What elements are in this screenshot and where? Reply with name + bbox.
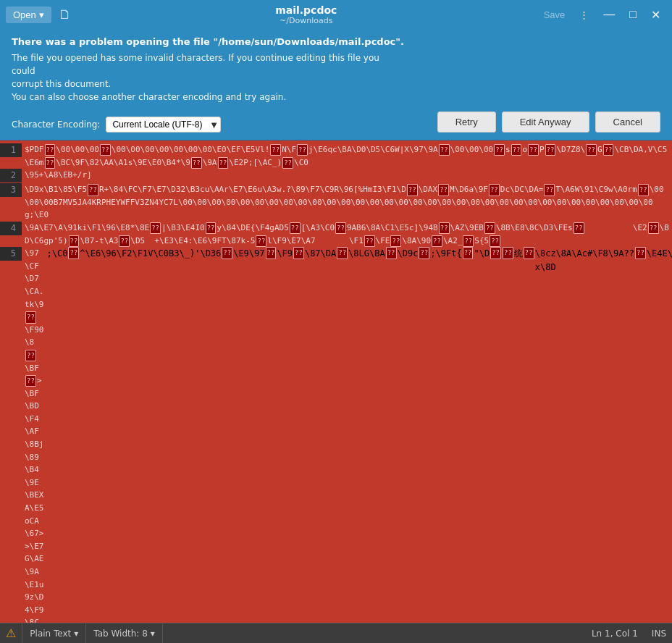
char-encoding-select[interactable]: Current Locale (UTF-8) [106,117,221,133]
error-banner: There was a problem opening the file "/h… [0,29,672,140]
edit-anyway-button[interactable]: Edit Anyway [502,112,589,133]
line-content-3: \D9x\B1\85\F5??R+\84\FC\F7\E7\D32\B3cu\A… [22,183,672,222]
line-row: 2 \95+\A8\EB+/r] [0,169,672,183]
line-number-4: 4 [0,222,22,235]
titlebar: Open ▾ 🗋 mail.pcdoc ~/Downloads Save ⋮ —… [0,0,672,29]
open-dropdown-icon: ▾ [39,9,44,20]
error-line1: The file you opened has some invalid cha… [12,53,379,76]
retry-button[interactable]: Retry [437,112,496,133]
tab-width-label: Tab Width: 8 [93,629,147,639]
window-filepath: ~/Downloads [75,16,538,25]
line-row: 3 \D9x\B1\85\F5??R+\84\FC\F7\E7\D32\B3cu… [0,183,672,222]
error-buttons: Retry Edit Anyway Cancel [437,112,660,133]
titlebar-left: Open ▾ 🗋 [6,4,75,25]
new-file-button[interactable]: 🗋 [56,4,75,25]
plain-text-label: Plain Text [30,629,71,639]
char-encoding-wrapper[interactable]: Current Locale (UTF-8) [106,117,221,133]
line-content-1: $PDF??\00\00\00??\00\00\00\00\00\00\00\E… [22,143,672,169]
char-encoding-label: Character Encoding: [12,119,100,130]
line-content-5: \97\CF\D7\CA.tk\9??\F90\8??\BF??>\BF\BD\… [22,247,47,623]
titlebar-right: Save ⋮ — □ ✕ [538,5,666,25]
more-menu-button[interactable]: ⋮ [574,7,595,23]
minimize-button[interactable]: — [597,5,621,24]
statusbar: ⚠ Plain Text ▾ Tab Width: 8 ▾ Ln 1, Col … [0,623,672,643]
open-button[interactable]: Open ▾ [6,7,51,23]
error-header: There was a problem opening the file "/h… [12,36,660,47]
titlebar-center: mail.pcdoc ~/Downloads [75,4,538,25]
line-number-2: 2 [0,169,22,182]
content-area[interactable]: 1 $PDF??\00\00\00??\00\00\00\00\00\00\00… [0,140,672,623]
maximize-button[interactable]: □ [623,5,642,24]
plain-text-selector[interactable]: Plain Text ▾ [22,623,86,643]
insert-mode: INS [652,629,666,639]
line-number-3: 3 [0,183,22,197]
warning-icon: ⚠ [6,626,16,640]
window-filename: mail.pcdoc [75,4,538,16]
line-number-1: 1 [0,143,22,157]
line-content-2: \95+\A8\EB+/r] [22,169,672,182]
save-button[interactable]: Save [538,7,571,23]
error-line3: You can also choose another character en… [12,92,286,102]
open-label: Open [13,9,36,20]
error-line2: corrupt this document. [12,79,111,89]
line-row: 4 \9A\E7\A\91ki\F1\96\E8*\8E??|\B3\E4I0?… [0,222,672,247]
line-content-4: \9A\E7\A\91ki\F1\96\E8*\8E??|\B3\E4I0??y… [22,222,672,247]
char-encoding-row: Character Encoding: Current Locale (UTF-… [12,117,221,133]
tab-width-dropdown-icon: ▾ [151,629,155,639]
close-button[interactable]: ✕ [645,5,666,25]
cancel-button[interactable]: Cancel [595,112,660,133]
line-row: 1 $PDF??\00\00\00??\00\00\00\00\00\00\00… [0,143,672,169]
cursor-position: Ln 1, Col 1 [592,629,638,639]
line-row: 5 \97\CF\D7\CA.tk\9??\F90\8??\BF??>\BF\B… [0,247,672,623]
error-body: The file you opened has some invalid cha… [12,51,395,104]
position-info: Ln 1, Col 1 INS [592,629,666,639]
plain-text-dropdown-icon: ▾ [74,629,78,639]
tab-width-selector[interactable]: Tab Width: 8 ▾ [86,623,163,643]
line-number-5: 5 [0,247,22,261]
